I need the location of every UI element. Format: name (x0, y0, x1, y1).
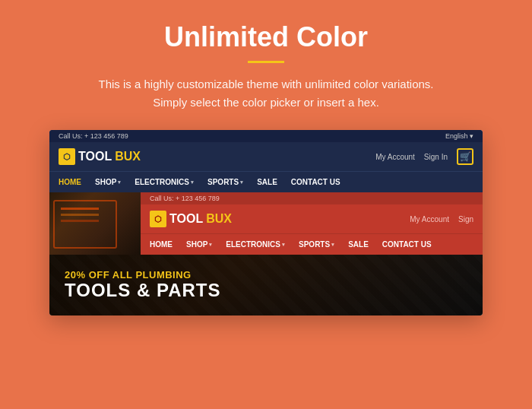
red-sign-in[interactable]: Sign (458, 215, 473, 224)
title-underline (248, 61, 284, 63)
dark-sign-in[interactable]: Sign In (424, 153, 448, 161)
dark-my-account[interactable]: My Account (375, 153, 415, 161)
dark-header: Call Us: + 123 456 789 English ▾ ⬡ TOOLB… (49, 130, 483, 192)
browser-mockup: Call Us: + 123 456 789 English ▾ ⬡ TOOLB… (49, 130, 483, 315)
red-header-actions: My Account Sign (410, 215, 473, 224)
dark-nav-home[interactable]: HOME (59, 178, 81, 186)
hero-section: 20% OFF ALL PLUMBING TOOLS & PARTS (49, 255, 483, 315)
red-header: Call Us: + 123 456 789 ⬡ TOOLBUX My Acco… (141, 192, 483, 255)
red-nav-electronics[interactable]: ELECTRONICS ▾ (226, 240, 285, 249)
red-nav-home[interactable]: HOME (150, 240, 173, 249)
dark-nav-sale[interactable]: SALE (257, 178, 277, 186)
page-title: Unlimited Color (164, 21, 368, 53)
hero-main-text: TOOLS & PARTS (65, 281, 346, 300)
red-topbar-phone: Call Us: + 123 456 789 (150, 195, 220, 202)
dark-logo-suffix: BUX (115, 150, 141, 163)
overlay-section: Call Us: + 123 456 789 ⬡ TOOLBUX My Acco… (49, 192, 483, 255)
dark-nav-contact[interactable]: CONTACT US (291, 178, 340, 186)
red-nav-shop[interactable]: SHOP ▾ (186, 240, 212, 249)
hero-discount-suffix: ALL PLUMBING (109, 269, 192, 281)
dark-logo-icon: ⬡ (59, 148, 75, 165)
dark-cart-icon[interactable]: 🛒 (457, 148, 473, 165)
dark-header-actions: My Account Sign In 🛒 (375, 148, 473, 165)
red-logo-bar: ⬡ TOOLBUX My Account Sign (141, 204, 483, 233)
red-my-account[interactable]: My Account (410, 215, 449, 224)
dark-topbar: Call Us: + 123 456 789 English ▾ (49, 130, 483, 142)
dark-nav-sports[interactable]: SPORTS ▾ (207, 178, 243, 186)
red-logo-prefix: TOOL (169, 212, 203, 226)
dark-logo-bar: ⬡ TOOLBUX My Account Sign In 🛒 (49, 142, 483, 171)
hero-discount-percent: 20% OFF (65, 269, 109, 281)
red-logo-icon: ⬡ (150, 211, 166, 227)
hero-discount: 20% OFF ALL PLUMBING (65, 269, 346, 281)
dark-nav-shop[interactable]: SHOP ▾ (95, 178, 121, 186)
red-logo-suffix: BUX (206, 212, 232, 226)
red-nav-contact[interactable]: CONTACT US (382, 240, 432, 249)
left-image-panel (49, 192, 141, 255)
red-topbar: Call Us: + 123 456 789 (141, 192, 483, 204)
red-nav-sports[interactable]: SPORTS ▾ (299, 240, 334, 249)
dark-nav-electronics[interactable]: ELECTRONICS ▾ (135, 178, 194, 186)
dark-logo: ⬡ TOOLBUX (59, 148, 141, 165)
red-nav-bar: HOME SHOP ▾ ELECTRONICS ▾ SPORTS ▾ SALE … (141, 233, 483, 255)
dark-logo-prefix: TOOL (78, 150, 112, 163)
subtitle: This is a highly customizable theme with… (98, 75, 433, 112)
dark-topbar-phone: Call Us: + 123 456 789 (59, 132, 128, 140)
dark-topbar-lang: English ▾ (445, 132, 473, 140)
red-logo: ⬡ TOOLBUX (150, 211, 232, 227)
red-nav-sale[interactable]: SALE (348, 240, 369, 249)
dark-nav-bar: HOME SHOP ▾ ELECTRONICS ▾ SPORTS ▾ SALE … (49, 171, 483, 192)
